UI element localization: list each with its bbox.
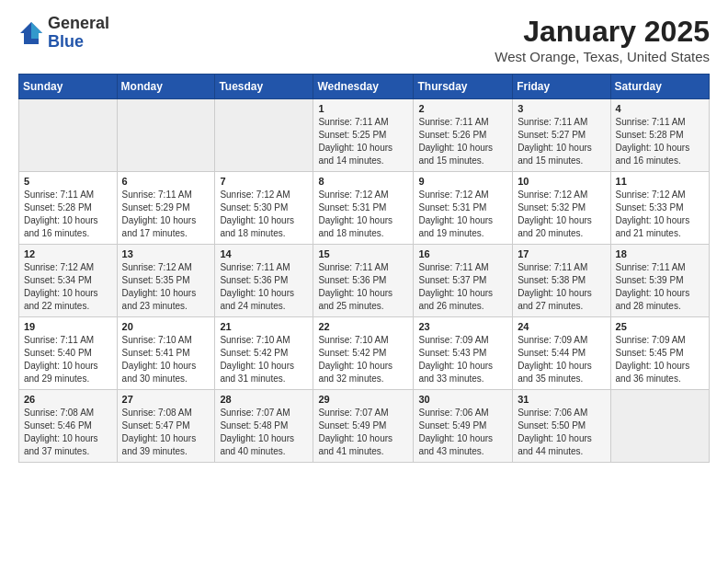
table-row: 25Sunrise: 7:09 AM Sunset: 5:45 PM Dayli… — [610, 317, 709, 390]
table-row: 12Sunrise: 7:12 AM Sunset: 5:34 PM Dayli… — [19, 245, 118, 317]
table-row: 7Sunrise: 7:12 AM Sunset: 5:30 PM Daylig… — [215, 172, 313, 245]
day-number: 23 — [418, 321, 507, 332]
day-info: Sunrise: 7:10 AM Sunset: 5:42 PM Dayligh… — [220, 334, 308, 385]
day-info: Sunrise: 7:12 AM Sunset: 5:32 PM Dayligh… — [518, 189, 605, 240]
day-info: Sunrise: 7:11 AM Sunset: 5:29 PM Dayligh… — [122, 189, 210, 240]
table-row: 9Sunrise: 7:12 AM Sunset: 5:31 PM Daylig… — [414, 172, 513, 245]
calendar-week-row: 19Sunrise: 7:11 AM Sunset: 5:40 PM Dayli… — [19, 317, 710, 390]
table-row — [117, 99, 215, 172]
day-info: Sunrise: 7:06 AM Sunset: 5:50 PM Dayligh… — [518, 407, 605, 458]
day-number: 26 — [24, 394, 112, 405]
day-number: 4 — [616, 103, 704, 114]
day-info: Sunrise: 7:07 AM Sunset: 5:49 PM Dayligh… — [318, 407, 408, 458]
day-info: Sunrise: 7:11 AM Sunset: 5:28 PM Dayligh… — [616, 116, 704, 167]
day-number: 5 — [24, 176, 112, 187]
day-number: 8 — [318, 176, 408, 187]
table-row: 31Sunrise: 7:06 AM Sunset: 5:50 PM Dayli… — [513, 390, 610, 463]
day-number: 30 — [418, 394, 507, 405]
day-info: Sunrise: 7:10 AM Sunset: 5:41 PM Dayligh… — [122, 334, 210, 385]
day-number: 16 — [418, 248, 507, 259]
day-info: Sunrise: 7:12 AM Sunset: 5:33 PM Dayligh… — [616, 189, 704, 240]
page: General Blue January 2025 West Orange, T… — [0, 0, 728, 477]
day-number: 3 — [518, 103, 605, 114]
table-row: 17Sunrise: 7:11 AM Sunset: 5:38 PM Dayli… — [513, 245, 610, 317]
day-number: 14 — [220, 248, 308, 259]
table-row: 30Sunrise: 7:06 AM Sunset: 5:49 PM Dayli… — [414, 390, 513, 463]
calendar-week-row: 12Sunrise: 7:12 AM Sunset: 5:34 PM Dayli… — [19, 245, 710, 317]
day-info: Sunrise: 7:11 AM Sunset: 5:25 PM Dayligh… — [318, 116, 408, 167]
logo: General Blue — [18, 15, 109, 52]
logo-blue: Blue — [48, 33, 109, 52]
day-info: Sunrise: 7:11 AM Sunset: 5:37 PM Dayligh… — [418, 261, 507, 313]
title-block: January 2025 West Orange, Texas, United … — [495, 15, 710, 64]
header: General Blue January 2025 West Orange, T… — [18, 15, 710, 64]
table-row: 20Sunrise: 7:10 AM Sunset: 5:41 PM Dayli… — [117, 317, 215, 390]
table-row: 19Sunrise: 7:11 AM Sunset: 5:40 PM Dayli… — [19, 317, 118, 390]
table-row — [19, 99, 118, 172]
day-info: Sunrise: 7:09 AM Sunset: 5:45 PM Dayligh… — [616, 334, 704, 385]
day-info: Sunrise: 7:12 AM Sunset: 5:31 PM Dayligh… — [318, 189, 408, 240]
title-location: West Orange, Texas, United States — [495, 49, 710, 64]
logo-text: General Blue — [48, 15, 109, 52]
day-number: 6 — [122, 176, 210, 187]
header-tuesday: Tuesday — [215, 75, 313, 99]
day-info: Sunrise: 7:11 AM Sunset: 5:36 PM Dayligh… — [318, 261, 408, 313]
table-row: 5Sunrise: 7:11 AM Sunset: 5:28 PM Daylig… — [19, 172, 118, 245]
table-row: 26Sunrise: 7:08 AM Sunset: 5:46 PM Dayli… — [19, 390, 118, 463]
day-info: Sunrise: 7:11 AM Sunset: 5:26 PM Dayligh… — [418, 116, 507, 167]
table-row: 8Sunrise: 7:12 AM Sunset: 5:31 PM Daylig… — [313, 172, 414, 245]
table-row: 15Sunrise: 7:11 AM Sunset: 5:36 PM Dayli… — [313, 245, 414, 317]
day-info: Sunrise: 7:11 AM Sunset: 5:36 PM Dayligh… — [220, 261, 308, 313]
table-row: 16Sunrise: 7:11 AM Sunset: 5:37 PM Dayli… — [414, 245, 513, 317]
day-number: 11 — [616, 176, 704, 187]
header-saturday: Saturday — [610, 75, 709, 99]
day-info: Sunrise: 7:11 AM Sunset: 5:28 PM Dayligh… — [24, 189, 112, 240]
day-info: Sunrise: 7:08 AM Sunset: 5:46 PM Dayligh… — [24, 407, 112, 458]
header-thursday: Thursday — [414, 75, 513, 99]
day-number: 31 — [518, 394, 605, 405]
table-row: 29Sunrise: 7:07 AM Sunset: 5:49 PM Dayli… — [313, 390, 414, 463]
day-info: Sunrise: 7:12 AM Sunset: 5:30 PM Dayligh… — [220, 189, 308, 240]
calendar-week-row: 5Sunrise: 7:11 AM Sunset: 5:28 PM Daylig… — [19, 172, 710, 245]
day-number: 2 — [418, 103, 507, 114]
table-row: 3Sunrise: 7:11 AM Sunset: 5:27 PM Daylig… — [513, 99, 610, 172]
day-info: Sunrise: 7:07 AM Sunset: 5:48 PM Dayligh… — [220, 407, 308, 458]
day-number: 25 — [616, 321, 704, 332]
day-number: 17 — [518, 248, 605, 259]
logo-icon — [18, 20, 44, 46]
calendar-table: Sunday Monday Tuesday Wednesday Thursday… — [18, 74, 710, 463]
header-wednesday: Wednesday — [313, 75, 414, 99]
table-row: 24Sunrise: 7:09 AM Sunset: 5:44 PM Dayli… — [513, 317, 610, 390]
table-row: 14Sunrise: 7:11 AM Sunset: 5:36 PM Dayli… — [215, 245, 313, 317]
day-number: 12 — [24, 248, 112, 259]
day-number: 20 — [122, 321, 210, 332]
day-info: Sunrise: 7:10 AM Sunset: 5:42 PM Dayligh… — [318, 334, 408, 385]
table-row — [215, 99, 313, 172]
day-info: Sunrise: 7:11 AM Sunset: 5:38 PM Dayligh… — [518, 261, 605, 313]
header-monday: Monday — [117, 75, 215, 99]
table-row: 27Sunrise: 7:08 AM Sunset: 5:47 PM Dayli… — [117, 390, 215, 463]
table-row: 11Sunrise: 7:12 AM Sunset: 5:33 PM Dayli… — [610, 172, 709, 245]
day-number: 24 — [518, 321, 605, 332]
title-month: January 2025 — [495, 15, 710, 49]
header-friday: Friday — [513, 75, 610, 99]
day-info: Sunrise: 7:12 AM Sunset: 5:35 PM Dayligh… — [122, 261, 210, 313]
day-number: 10 — [518, 176, 605, 187]
day-info: Sunrise: 7:09 AM Sunset: 5:44 PM Dayligh… — [518, 334, 605, 385]
logo-general: General — [48, 15, 109, 33]
day-number: 18 — [616, 248, 704, 259]
calendar-week-row: 26Sunrise: 7:08 AM Sunset: 5:46 PM Dayli… — [19, 390, 710, 463]
day-info: Sunrise: 7:11 AM Sunset: 5:27 PM Dayligh… — [518, 116, 605, 167]
table-row: 13Sunrise: 7:12 AM Sunset: 5:35 PM Dayli… — [117, 245, 215, 317]
day-info: Sunrise: 7:06 AM Sunset: 5:49 PM Dayligh… — [418, 407, 507, 458]
day-number: 7 — [220, 176, 308, 187]
day-info: Sunrise: 7:12 AM Sunset: 5:31 PM Dayligh… — [418, 189, 507, 240]
day-info: Sunrise: 7:08 AM Sunset: 5:47 PM Dayligh… — [122, 407, 210, 458]
table-row: 22Sunrise: 7:10 AM Sunset: 5:42 PM Dayli… — [313, 317, 414, 390]
day-number: 13 — [122, 248, 210, 259]
day-number: 27 — [122, 394, 210, 405]
table-row: 21Sunrise: 7:10 AM Sunset: 5:42 PM Dayli… — [215, 317, 313, 390]
table-row: 2Sunrise: 7:11 AM Sunset: 5:26 PM Daylig… — [414, 99, 513, 172]
header-sunday: Sunday — [19, 75, 118, 99]
table-row — [610, 390, 709, 463]
